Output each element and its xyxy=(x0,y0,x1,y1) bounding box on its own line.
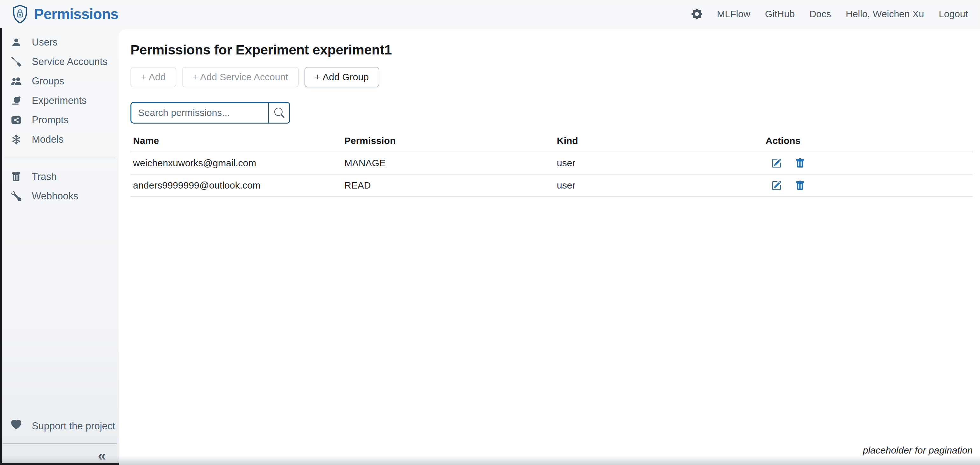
user-icon xyxy=(11,37,21,48)
main-content: Permissions for Experiment experiment1 +… xyxy=(119,29,980,465)
delete-icon[interactable] xyxy=(795,181,805,190)
nav-link-github[interactable]: GitHub xyxy=(765,9,794,19)
sidebar-item-trash[interactable]: Trash xyxy=(0,167,119,186)
sidebar-item-label: Experiments xyxy=(32,95,86,106)
search-icon xyxy=(274,108,285,118)
sidebar-item-prompts[interactable]: Prompts xyxy=(0,110,119,129)
sidebar-nav: Users Service Accounts Groups Experime xyxy=(0,28,119,206)
app-header: Permissions MLFlow GitHub Docs Hello, We… xyxy=(0,0,980,28)
search-bar xyxy=(130,102,290,123)
add-group-button[interactable]: + Add Group xyxy=(304,67,379,87)
edit-icon[interactable] xyxy=(772,181,781,190)
sidebar: Users Service Accounts Groups Experime xyxy=(0,28,119,465)
top-nav: MLFlow GitHub Docs Hello, Weichen Xu Log… xyxy=(691,9,968,19)
table-row: anders9999999@outlook.com READ user xyxy=(130,174,973,197)
column-header-kind: Kind xyxy=(554,135,763,146)
prompt-share-icon xyxy=(11,115,21,125)
trash-icon xyxy=(11,172,21,182)
sidebar-divider xyxy=(4,158,115,158)
gear-icon[interactable] xyxy=(691,9,702,19)
add-button[interactable]: + Add xyxy=(130,67,176,87)
sidebar-item-groups[interactable]: Groups xyxy=(0,71,119,91)
table-row: weichenxuworks@gmail.com MANAGE user xyxy=(130,152,973,174)
support-label: Support the project xyxy=(32,420,115,432)
sidebar-item-users[interactable]: Users xyxy=(0,32,119,52)
cell-actions xyxy=(763,158,973,168)
cell-kind: user xyxy=(554,180,763,191)
cell-kind: user xyxy=(554,158,763,168)
permissions-table: Name Permission Kind Actions weichenxuwo… xyxy=(130,135,973,197)
window-left-edge xyxy=(0,28,2,465)
main-panel: Permissions for Experiment experiment1 +… xyxy=(119,29,980,465)
edit-icon[interactable] xyxy=(772,158,781,168)
cell-actions xyxy=(763,181,973,190)
sidebar-item-label: Models xyxy=(32,134,64,145)
nav-link-mlflow[interactable]: MLFlow xyxy=(717,9,750,19)
cell-permission: MANAGE xyxy=(342,158,554,168)
search-input[interactable] xyxy=(131,103,268,123)
sidebar-item-label: Trash xyxy=(32,171,57,182)
people-icon xyxy=(11,76,21,86)
sidebar-item-models[interactable]: Models xyxy=(0,129,119,149)
support-the-project-link[interactable]: Support the project xyxy=(0,416,119,436)
wrench-icon xyxy=(11,191,21,201)
sidebar-item-experiments[interactable]: Experiments xyxy=(0,91,119,110)
sidebar-footer-divider xyxy=(3,443,117,444)
action-button-row: + Add + Add Service Account + Add Group xyxy=(130,67,973,87)
cell-name: weichenxuworks@gmail.com xyxy=(130,158,342,168)
page-title: Permissions for Experiment experiment1 xyxy=(130,42,973,58)
shield-lock-icon xyxy=(11,5,29,24)
delete-icon[interactable] xyxy=(795,158,805,168)
sidebar-item-label: Users xyxy=(32,37,57,48)
sidebar-item-label: Prompts xyxy=(32,114,68,126)
heart-icon xyxy=(11,420,21,433)
cell-permission: READ xyxy=(342,180,554,191)
sidebar-item-service-accounts[interactable]: Service Accounts xyxy=(0,52,119,71)
column-header-actions: Actions xyxy=(763,135,973,146)
add-service-account-button[interactable]: + Add Service Account xyxy=(182,67,299,87)
table-header-row: Name Permission Kind Actions xyxy=(130,135,973,152)
model-hub-icon xyxy=(11,134,21,145)
sidebar-item-webhooks[interactable]: Webhooks xyxy=(0,186,119,206)
column-header-permission: Permission xyxy=(342,135,554,146)
search-button[interactable] xyxy=(268,103,289,123)
user-greeting: Hello, Weichen Xu xyxy=(846,9,924,19)
logout-link[interactable]: Logout xyxy=(939,9,968,19)
brand-name: Permissions xyxy=(34,5,118,22)
nav-link-docs[interactable]: Docs xyxy=(810,9,831,19)
pagination-placeholder: placeholder for pagination xyxy=(863,445,973,456)
sidebar-item-label: Webhooks xyxy=(32,190,78,202)
experiment-flask-icon xyxy=(11,96,21,106)
sidebar-collapse-button[interactable]: « xyxy=(98,447,106,464)
sidebar-item-label: Groups xyxy=(32,75,64,87)
cell-name: anders9999999@outlook.com xyxy=(130,180,342,191)
sidebar-item-label: Service Accounts xyxy=(32,56,108,67)
brand[interactable]: Permissions xyxy=(11,5,118,24)
screwdriver-icon xyxy=(11,57,21,67)
window-bottom-edge xyxy=(0,463,119,465)
column-header-name: Name xyxy=(130,135,342,146)
